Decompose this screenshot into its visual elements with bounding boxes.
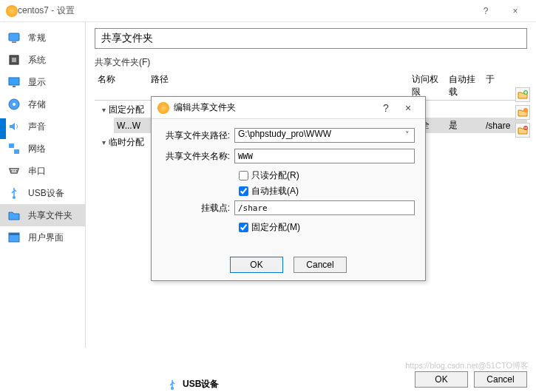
dialog-title: 编辑共享文件夹	[174, 101, 375, 114]
panel-title: 共享文件夹	[101, 32, 520, 45]
sidebar-item-audio[interactable]: 声音	[0, 115, 85, 138]
readonly-checkbox[interactable]	[239, 171, 248, 180]
truncated-row: USB设备	[166, 378, 219, 391]
name-input[interactable]	[234, 149, 415, 163]
sidebar-label: 共享文件夹	[28, 209, 72, 222]
dialog-close-button[interactable]: ×	[397, 102, 419, 114]
caret-icon: ▾	[102, 106, 106, 114]
panel-title-box: 共享文件夹	[95, 28, 527, 49]
fieldset-label: 共享文件夹(F)	[95, 56, 527, 69]
svg-point-19	[171, 387, 174, 390]
chip-icon	[7, 53, 21, 67]
tree-label: 固定分配	[109, 104, 144, 116]
edit-share-dialog: 编辑共享文件夹 ? × 共享文件夹路径: G:\phpstudy_pro\WWW…	[151, 96, 426, 281]
col-path: 路径	[148, 73, 409, 98]
sidebar-label: 串口	[28, 165, 46, 178]
mountpoint-input[interactable]	[234, 200, 415, 215]
app-icon	[6, 5, 18, 17]
sidebar-label: USB设备	[28, 187, 64, 200]
sidebar-item-system[interactable]: 系统	[0, 49, 85, 71]
serial-icon	[7, 164, 21, 178]
dialog-body: 共享文件夹路径: G:\phpstudy_pro\WWW 共享文件夹名称: 只读…	[152, 119, 425, 246]
dialog-footer: OK Cancel	[152, 257, 425, 273]
sidebar-label: 用户界面	[28, 232, 64, 244]
path-combobox[interactable]: G:\phpstudy_pro\WWW	[234, 128, 415, 143]
automount-label: 自动挂载(A)	[251, 185, 299, 197]
truncated-label: USB设备	[183, 378, 219, 391]
col-auto: 自动挂载	[446, 73, 483, 98]
sidebar-item-usb[interactable]: USB设备	[0, 182, 85, 204]
svg-rect-1	[12, 41, 16, 43]
sidebar-label: 常规	[28, 32, 46, 44]
close-button[interactable]: ×	[501, 0, 530, 22]
svg-point-12	[16, 170, 17, 172]
dialog-titlebar: 编辑共享文件夹 ? ×	[152, 97, 425, 119]
dialog-icon	[157, 102, 169, 114]
svg-rect-9	[14, 149, 19, 154]
decorative-edge	[0, 118, 6, 139]
ok-button[interactable]: OK	[415, 371, 468, 388]
svg-point-17	[523, 108, 528, 112]
mountpoint-label: 挂载点:	[162, 202, 230, 214]
cell-name: W...W	[114, 121, 148, 131]
path-value: G:\phpstudy_pro\WWW	[238, 129, 331, 139]
col-name: 名称	[95, 73, 148, 98]
sidebar-item-sharedfolders[interactable]: 共享文件夹	[0, 204, 85, 226]
svg-point-13	[13, 196, 16, 199]
edit-folder-button[interactable]	[515, 105, 530, 120]
sidebar-item-general[interactable]: 常规	[0, 27, 85, 49]
permanent-label: 固定分配(M)	[251, 221, 300, 234]
usb-icon	[166, 379, 178, 391]
path-label: 共享文件夹路径:	[162, 129, 230, 142]
svg-rect-8	[9, 143, 14, 148]
permanent-checkbox[interactable]	[239, 223, 248, 232]
monitor-icon	[7, 31, 21, 44]
dialog-cancel-button[interactable]: Cancel	[294, 257, 347, 273]
caret-icon: ▾	[102, 138, 106, 146]
svg-point-10	[11, 170, 13, 172]
col-access: 访问权限	[409, 73, 446, 98]
sidebar-item-network[interactable]: 网络	[0, 138, 85, 160]
network-icon	[7, 142, 21, 155]
sidebar-label: 网络	[28, 143, 46, 155]
svg-rect-15	[9, 233, 19, 235]
speaker-icon	[7, 120, 21, 133]
sidebar-label: 声音	[28, 121, 46, 133]
sidebar-item-serial[interactable]: 串口	[0, 160, 85, 182]
folder-actions	[515, 87, 530, 138]
folder-icon	[7, 209, 21, 222]
watermark: https://blog.csdn.net@51CTO博客	[405, 360, 529, 371]
svg-rect-4	[9, 78, 19, 85]
sidebar-item-display[interactable]: 显示	[0, 71, 85, 93]
cell-auto: 是	[446, 119, 483, 132]
svg-rect-0	[9, 33, 19, 41]
disk-icon	[7, 98, 21, 111]
add-folder-button[interactable]	[515, 87, 530, 102]
svg-rect-5	[13, 86, 16, 87]
window-title: centos7 - 设置	[18, 4, 471, 17]
help-button[interactable]: ?	[471, 0, 501, 22]
svg-point-7	[13, 103, 16, 106]
svg-point-11	[13, 170, 15, 172]
usb-icon	[7, 186, 21, 200]
titlebar: centos7 - 设置 ? ×	[0, 0, 536, 22]
dialog-ok-button[interactable]: OK	[230, 257, 283, 273]
sidebar-label: 系统	[28, 54, 46, 67]
main-footer: OK Cancel	[415, 371, 527, 388]
display-icon	[7, 75, 21, 89]
cancel-button[interactable]: Cancel	[474, 371, 527, 388]
readonly-label: 只读分配(R)	[251, 169, 299, 182]
svg-rect-3	[12, 58, 16, 62]
dialog-help-button[interactable]: ?	[375, 102, 397, 114]
tree-label: 临时分配	[109, 136, 144, 149]
name-label: 共享文件夹名称:	[162, 150, 230, 163]
ui-icon	[7, 231, 21, 244]
sidebar-label: 存储	[28, 98, 46, 111]
settings-sidebar: 常规 系统 显示 存储 声音 网络 串口 USB设备	[0, 22, 86, 348]
automount-checkbox[interactable]	[239, 186, 248, 196]
sidebar-item-ui[interactable]: 用户界面	[0, 226, 85, 249]
sidebar-label: 显示	[28, 76, 46, 89]
remove-folder-button[interactable]	[515, 123, 530, 138]
sidebar-item-storage[interactable]: 存储	[0, 93, 85, 115]
